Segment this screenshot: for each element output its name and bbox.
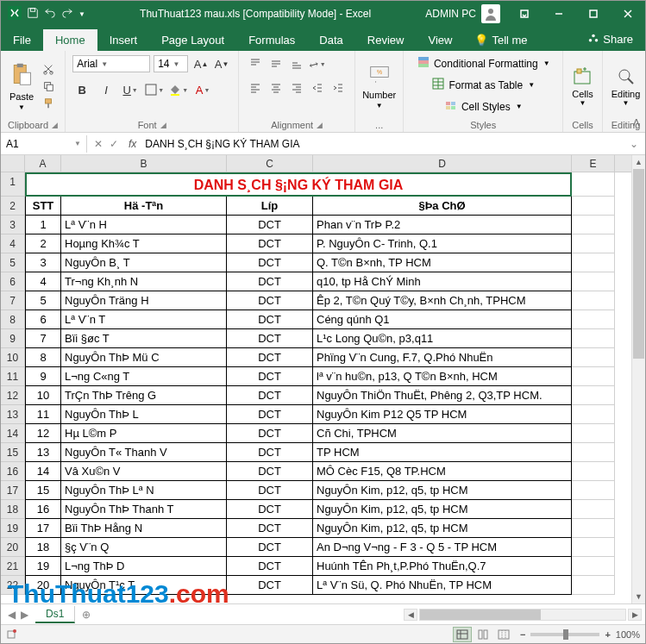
cancel-formula-icon[interactable]: ✕ (94, 138, 103, 150)
row-header[interactable]: 21 (1, 557, 25, 576)
cell[interactable]: NguyÔn ThÞ L (61, 405, 227, 424)
zoom-out-button[interactable]: − (520, 629, 525, 640)
cell[interactable] (572, 329, 615, 348)
cell-styles-button[interactable]: Cell Styles▼ (439, 97, 528, 116)
cell[interactable]: 12 (25, 424, 61, 443)
cell[interactable]: 4 (25, 272, 61, 291)
cell[interactable]: NguyÔn T¹c T (61, 576, 227, 595)
cell[interactable]: L­¬ng C«ng T (61, 367, 227, 386)
cell[interactable]: Vâ Xu©n V (61, 462, 227, 481)
column-header[interactable]: B (61, 155, 227, 172)
cell[interactable] (572, 253, 615, 272)
italic-button[interactable]: I (97, 80, 116, 99)
cell[interactable]: NguyÔn Kim, p12, q5, tp HCM (313, 500, 572, 519)
align-bottom-button[interactable] (287, 54, 306, 73)
cell[interactable] (572, 310, 615, 329)
zoom-in-button[interactable]: + (605, 629, 610, 640)
cell[interactable]: 19 (25, 557, 61, 576)
header-cell[interactable]: STT (25, 197, 61, 216)
tab-home[interactable]: Home (43, 29, 97, 51)
cell[interactable] (572, 538, 615, 557)
cell[interactable]: Phan v¨n TrÞ P.2 (313, 216, 572, 234)
cell[interactable]: DCT (227, 329, 313, 348)
header-cell[interactable]: Líp (227, 197, 313, 216)
sheet-tab[interactable]: Ds1 (35, 606, 75, 623)
dialog-launcher-icon[interactable]: ◢ (52, 121, 58, 129)
cell[interactable]: NguyÔn T« Thanh V (61, 443, 227, 462)
cell[interactable]: DCT (227, 405, 313, 424)
row-header[interactable]: 5 (1, 253, 25, 272)
qat-customize-icon[interactable]: ▼ (78, 10, 85, 18)
tab-nav-prev-icon[interactable]: ◀ (8, 609, 16, 621)
cell[interactable]: DCT (227, 519, 313, 538)
tab-formulas[interactable]: Formulas (236, 29, 307, 51)
tab-data[interactable]: Data (307, 29, 354, 51)
cell[interactable] (572, 462, 615, 481)
scroll-right-icon[interactable]: ▶ (628, 609, 642, 621)
cell[interactable]: Lª V¨n H (61, 216, 227, 234)
zoom-slider[interactable] (530, 633, 599, 636)
paste-button[interactable]: Paste ▼ (8, 60, 35, 113)
cell[interactable]: DCT (227, 424, 313, 443)
cell[interactable]: 16 (25, 500, 61, 519)
cell[interactable]: Hµ L©m P (61, 424, 227, 443)
format-as-table-button[interactable]: Format as Table▼ (426, 76, 540, 94)
cell[interactable]: L¹c Long Qu©n, p3,q11 (313, 329, 572, 348)
cell[interactable]: lª v¨n hu©n, p13, Q T©n B×nh, HCM (313, 367, 572, 386)
cell[interactable]: DCT (227, 348, 313, 367)
font-size-combo[interactable]: 14▼ (154, 55, 188, 72)
row-header[interactable]: 20 (1, 538, 25, 557)
copy-button[interactable] (39, 78, 58, 94)
row-header[interactable]: 14 (1, 424, 25, 443)
dialog-launcher-icon[interactable]: ◢ (160, 121, 166, 129)
save-icon[interactable] (27, 7, 39, 22)
increase-font-button[interactable]: A▲ (191, 54, 210, 73)
scroll-down-icon[interactable]: ▼ (632, 590, 645, 603)
cell[interactable]: TP HCM (313, 443, 572, 462)
ribbon-options-icon[interactable] (507, 1, 542, 27)
cell[interactable]: An D­¬ng V­¬ng - F 3 - Q 5 - TP HCM (313, 538, 572, 557)
page-break-view-button[interactable] (494, 627, 513, 642)
row-header[interactable]: 8 (1, 310, 25, 329)
align-right-button[interactable] (287, 78, 306, 97)
editing-button[interactable]: Editing ▼ (610, 65, 643, 109)
cut-button[interactable] (39, 61, 58, 77)
cell[interactable]: 15 (25, 481, 61, 500)
row-header[interactable]: 11 (1, 367, 25, 386)
dialog-launcher-icon[interactable]: ◢ (317, 121, 323, 129)
cell[interactable]: DCT (227, 576, 313, 595)
align-middle-button[interactable] (267, 54, 285, 73)
cell[interactable]: Êp 2, T©n Quý T©y, B×nh Ch¸nh, TPHCM (313, 291, 572, 310)
fill-color-button[interactable]: ▼ (169, 80, 188, 99)
cell[interactable]: NguyÔn Kim, p12, q5, tp HCM (313, 519, 572, 538)
cell[interactable]: DCT (227, 367, 313, 386)
cell[interactable]: Tr­¬ng Kh¸nh N (61, 272, 227, 291)
cell[interactable]: 3 (25, 253, 61, 272)
cell[interactable]: DCT (227, 462, 313, 481)
scroll-up-icon[interactable]: ▲ (632, 155, 645, 169)
tab-page-layout[interactable]: Page Layout (149, 29, 236, 51)
increase-indent-button[interactable] (329, 78, 348, 97)
tab-view[interactable]: View (416, 29, 464, 51)
tab-nav-next-icon[interactable]: ▶ (21, 609, 28, 621)
cell[interactable]: 11 (25, 405, 61, 424)
tell-me-box[interactable]: 💡 Tell me (464, 29, 537, 51)
align-top-button[interactable] (246, 54, 265, 73)
row-header[interactable]: 9 (1, 329, 25, 348)
column-header[interactable]: D (313, 155, 572, 172)
vertical-scrollbar[interactable]: ▲ ▼ (631, 155, 645, 603)
cell[interactable]: 9 (25, 367, 61, 386)
maximize-button[interactable] (576, 1, 611, 27)
cell[interactable] (572, 557, 615, 576)
column-header[interactable]: C (227, 155, 313, 172)
cell[interactable] (572, 234, 615, 253)
header-cell[interactable]: §Þa ChØ (313, 197, 572, 216)
cell[interactable]: Céng qúnh Q1 (313, 310, 572, 329)
title-cell[interactable]: DANH S¸CH §¡NG KÝ THAM GIA (25, 172, 572, 197)
expand-formula-bar-icon[interactable]: ⌄ (623, 138, 645, 150)
cells-button[interactable]: Cells ▼ (570, 65, 594, 109)
cell[interactable] (572, 367, 615, 386)
cell[interactable]: 10 (25, 386, 61, 405)
row-header[interactable]: 10 (1, 348, 25, 367)
cell[interactable]: 14 (25, 462, 61, 481)
